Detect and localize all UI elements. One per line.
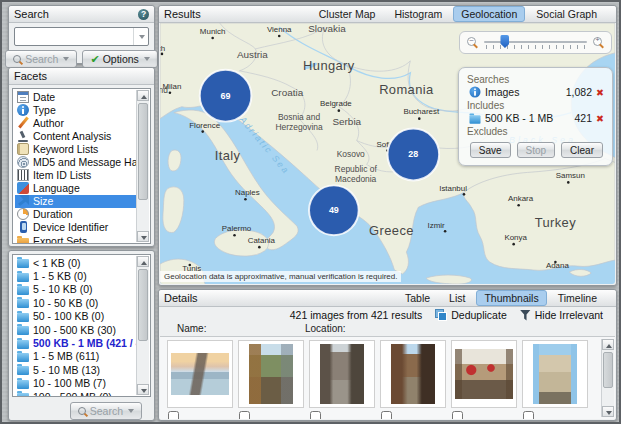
thumbnail-item[interactable] [167, 340, 233, 419]
facet-value-item[interactable]: 100 - 500 KB (30) [15, 323, 136, 336]
scroll-up-arrow[interactable] [137, 90, 149, 101]
facet-value-item[interactable]: 500 KB - 1 MB (421 / 421) [15, 336, 136, 349]
thumbnail-card[interactable] [451, 340, 517, 408]
zoom-slider[interactable] [484, 32, 587, 53]
facet-item[interactable]: Author [15, 116, 136, 129]
stop-button[interactable]: Stop [517, 142, 556, 158]
facet-value-item[interactable]: 100 - 500 MB (0) [15, 390, 136, 397]
svg-text:28: 28 [408, 149, 418, 159]
search-panel: Search ? Search ✔ Options [8, 5, 155, 64]
facet-value-item[interactable]: 10 - 50 KB (0) [15, 296, 136, 309]
thumbnail-item[interactable] [238, 340, 304, 419]
legend-include-count: 421 [575, 112, 593, 124]
details-tabs: Table List Thumbnails Timeline [397, 290, 611, 306]
facet-item[interactable]: Device Identifier [15, 221, 136, 234]
geo-cluster-marker[interactable]: 28 [388, 129, 440, 181]
geo-cluster-marker[interactable]: 49 [309, 185, 359, 235]
details-tab[interactable]: Timeline [550, 290, 605, 306]
thumbnail-card[interactable] [522, 340, 588, 408]
map-search-legend: Searches Images 1,082 Includes 500 KB - … [458, 67, 613, 166]
legend-include-row[interactable]: 500 KB - 1 MB 421 [469, 112, 604, 124]
thumbnail-card[interactable] [380, 340, 446, 408]
scrollbar-thumb[interactable] [138, 269, 148, 341]
results-tab[interactable]: Geolocation [453, 6, 525, 22]
thumbnail-checkbox[interactable] [452, 411, 463, 419]
results-tab[interactable]: Cluster Map [311, 6, 384, 22]
thumbnail-checkbox[interactable] [168, 411, 179, 419]
facet-value-item[interactable]: 1 - 5 MB (611) [15, 350, 136, 363]
facet-value-item[interactable]: 5 - 10 MB (13) [15, 363, 136, 376]
facet-item[interactable]: Date [15, 90, 136, 103]
scroll-down-arrow[interactable] [137, 231, 149, 242]
thumbnail-checkbox[interactable] [381, 411, 392, 419]
thumbnails-scrollbar[interactable] [601, 339, 614, 417]
facet-value-label: 1 - 5 MB (611) [33, 350, 99, 362]
zoom-slider-track[interactable] [484, 41, 587, 43]
thumbnail-checkbox[interactable] [523, 411, 534, 419]
thumbnail-item[interactable] [522, 340, 588, 419]
scroll-up-arrow[interactable] [137, 256, 149, 267]
thumbnail-card[interactable] [167, 340, 233, 408]
search-combobox[interactable] [14, 27, 149, 46]
search-button[interactable]: Search [5, 50, 77, 68]
facet-item[interactable]: Duration [15, 208, 136, 221]
facet-value-item[interactable]: 5 - 10 KB (0) [15, 283, 136, 296]
deduplicate-button[interactable]: Deduplicate [435, 309, 506, 321]
facet-search-button[interactable]: Search [70, 402, 142, 420]
scroll-down-arrow[interactable] [602, 406, 614, 417]
legend-search-row[interactable]: Images 1,082 [469, 86, 604, 98]
combobox-dropdown-button[interactable] [133, 28, 148, 45]
values-list-scrollbar[interactable] [136, 256, 149, 395]
facet-value-item[interactable]: 10 - 100 MB (7) [15, 377, 136, 390]
results-panel: Results Cluster Map Histogram Geolocatio… [158, 5, 617, 286]
facet-item[interactable]: Keyword Lists [15, 142, 136, 155]
help-icon[interactable]: ? [138, 9, 149, 20]
clear-button[interactable]: Clear [561, 142, 603, 158]
scrollbar-thumb[interactable] [603, 352, 613, 388]
thumbnail-checkbox[interactable] [310, 411, 321, 419]
country-label: Austria [237, 49, 268, 60]
thumbnail-card[interactable] [238, 340, 304, 408]
geo-cluster-marker[interactable]: 69 [200, 70, 252, 122]
results-tab[interactable]: Histogram [386, 6, 450, 22]
facet-item[interactable]: Export Sets [15, 234, 136, 244]
geolocation-map[interactable]: Adriatic Sea Black Sea Slovakia Austria … [160, 23, 615, 284]
facet-item[interactable]: Language [15, 182, 136, 195]
details-tab[interactable]: List [441, 290, 473, 306]
duration-icon [17, 208, 29, 220]
facet-item[interactable]: Content Analysis [15, 129, 136, 142]
zoom-in-icon[interactable]: + [593, 37, 604, 48]
thumbnail-item[interactable] [309, 340, 375, 419]
thumbnail-checkbox[interactable] [239, 411, 250, 419]
facet-item[interactable]: Size [15, 195, 136, 208]
thumbnail-item[interactable] [380, 340, 446, 419]
country-label: Republic of [335, 164, 378, 174]
options-button[interactable]: ✔ Options [82, 50, 157, 68]
country-label: Greece [369, 223, 414, 238]
facet-value-label: 1 - 5 KB (0) [33, 270, 87, 282]
search-input[interactable] [15, 30, 133, 43]
details-tab[interactable]: Table [397, 290, 438, 306]
hide-irrelevant-button[interactable]: Hide Irrelevant [520, 309, 603, 321]
facet-item-label: Type [33, 104, 56, 116]
save-button[interactable]: Save [470, 142, 511, 158]
facet-item[interactable]: MD5 and Message Hash [15, 155, 136, 168]
facet-item[interactable]: Type [15, 103, 136, 116]
thumbnail-card[interactable] [309, 340, 375, 408]
facet-value-item[interactable]: 50 - 100 KB (0) [15, 310, 136, 323]
details-tab[interactable]: Thumbnails [476, 290, 546, 306]
facet-item[interactable]: Item ID Lists [15, 169, 136, 182]
remove-icon[interactable] [596, 86, 604, 98]
type-icon [469, 86, 480, 97]
scroll-down-arrow[interactable] [137, 384, 149, 395]
remove-icon[interactable] [596, 112, 604, 124]
scroll-up-arrow[interactable] [602, 339, 614, 350]
facet-value-item[interactable]: 1 - 5 KB (0) [15, 269, 136, 282]
facet-value-item[interactable]: < 1 KB (0) [15, 256, 136, 269]
thumbnail-item[interactable] [451, 340, 517, 419]
scrollbar-thumb[interactable] [138, 103, 148, 200]
zoom-out-icon[interactable]: – [467, 37, 478, 48]
zoom-slider-ticks [486, 45, 585, 49]
results-tab[interactable]: Social Graph [528, 6, 605, 22]
facet-list-scrollbar[interactable] [136, 90, 149, 242]
